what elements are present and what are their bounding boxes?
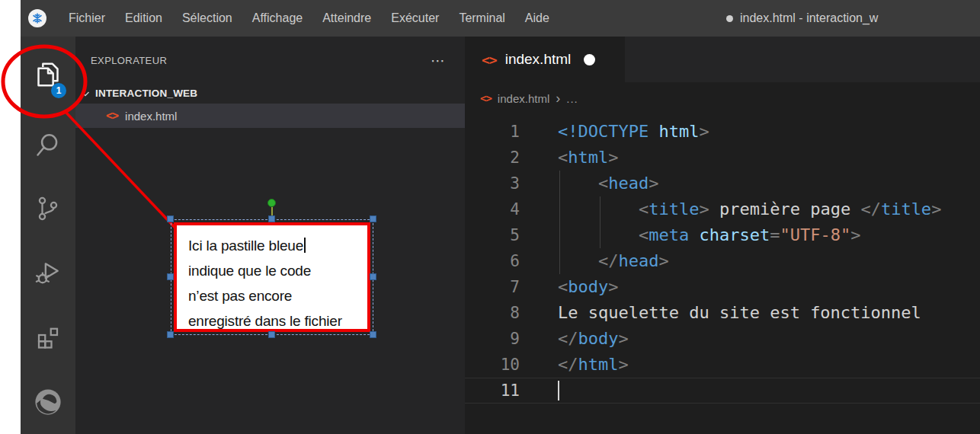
menu-item-fichier[interactable]: Fichier <box>59 0 115 37</box>
more-actions-icon[interactable]: ⋯ <box>431 57 445 65</box>
unsaved-count-badge: 1 <box>51 83 66 98</box>
breadcrumb-more[interactable]: ... <box>566 92 578 105</box>
code-token: meta <box>649 225 689 244</box>
activity-item-edge-browser[interactable] <box>21 369 75 434</box>
main-row: 1 <box>21 37 980 434</box>
text-cursor <box>558 381 559 400</box>
code-token: html <box>649 122 699 141</box>
code-token: Le squelette du site est fonctionnel <box>558 303 921 322</box>
menu-item-atteindre[interactable]: Atteindre <box>312 0 381 37</box>
line-content: <title> première page </title> <box>558 196 941 222</box>
annotation-callout-box[interactable]: Ici la pastille bleueindique que le code… <box>174 222 370 332</box>
code-token: < <box>558 148 568 167</box>
resize-handle-mid-left[interactable] <box>167 273 174 280</box>
menu-item-affichage[interactable]: Affichage <box>242 0 312 37</box>
window-title: index.html - interaction_w <box>726 0 878 37</box>
rotate-handle[interactable] <box>267 199 276 207</box>
html-file-icon: <> <box>106 109 118 123</box>
code-token: body <box>578 329 619 348</box>
sidebar-title: EXPLORATEUR <box>91 55 167 66</box>
menu-item-executer[interactable]: Exécuter <box>381 0 449 37</box>
line-number: 2 <box>465 148 520 167</box>
line-content: </body> <box>558 326 629 352</box>
line-number: 4 <box>465 200 520 219</box>
resize-handle-mid-right[interactable] <box>370 273 376 280</box>
line-content: <!DOCTYPE html> <box>558 119 709 145</box>
menu-item-terminal[interactable]: Terminal <box>449 0 514 37</box>
line-number: 9 <box>465 330 520 348</box>
code-line-5[interactable]: 5 <meta charset="UTF-8"> <box>465 222 980 248</box>
indent-guide <box>559 196 560 222</box>
html-file-icon: <> <box>482 52 497 68</box>
code-line-6[interactable]: 6 </head> <box>465 248 980 274</box>
activity-bar: 1 <box>21 37 75 434</box>
code-line-11[interactable]: 11 <box>465 378 980 404</box>
line-content: <meta charset="UTF-8"> <box>558 222 860 248</box>
resize-handle-bottom-center[interactable] <box>268 331 275 338</box>
code-line-8[interactable]: 8Le squelette du site est fonctionnel <box>465 300 980 326</box>
indent-guide <box>559 222 560 248</box>
resize-handle-top-left[interactable] <box>167 215 174 222</box>
tab-index-html[interactable]: <> index.html <box>465 37 625 82</box>
indent-guide <box>600 196 600 222</box>
code-token: </ <box>558 329 578 348</box>
code-editor[interactable]: 1<!DOCTYPE html>2<html>3 <head>4 <title>… <box>465 114 980 434</box>
code-line-10[interactable]: 10</html> <box>465 352 980 378</box>
code-token: </ <box>598 251 619 270</box>
code-token: > <box>608 277 618 296</box>
file-row-index-html[interactable]: <> index.html <box>75 104 465 128</box>
code-line-7[interactable]: 7<body> <box>465 274 980 300</box>
menu-item-selection[interactable]: Sélection <box>172 0 242 37</box>
code-line-1[interactable]: 1<!DOCTYPE html> <box>465 119 980 145</box>
line-number: 6 <box>465 252 520 270</box>
code-token: head <box>618 251 658 270</box>
activity-item-run-debug[interactable] <box>21 241 75 305</box>
code-token: body <box>568 277 608 296</box>
code-token: > <box>699 199 709 219</box>
breadcrumb-file[interactable]: index.html <box>498 92 549 105</box>
code-token: < <box>639 199 649 219</box>
resize-handle-bottom-left[interactable] <box>167 331 174 338</box>
menu-item-edition[interactable]: Edition <box>115 0 172 37</box>
code-token: > <box>699 122 709 141</box>
activity-item-search[interactable] <box>21 112 75 177</box>
workspace-name: INTERACTION_WEB <box>95 88 197 99</box>
code-token: title <box>881 199 931 219</box>
code-token: html <box>568 148 608 167</box>
screenshot-root: FichierEditionSélectionAffichageAtteindr… <box>0 0 980 434</box>
resize-handle-bottom-right[interactable] <box>370 331 376 338</box>
title-dirty-dot-icon <box>726 15 733 22</box>
code-line-2[interactable]: 2<html> <box>465 145 980 171</box>
chevron-down-icon <box>79 88 91 100</box>
activity-item-explorer[interactable]: 1 <box>21 37 75 112</box>
workspace-folder-row[interactable]: INTERACTION_WEB <box>75 83 465 104</box>
resize-handle-top-right[interactable] <box>370 215 376 222</box>
code-line-9[interactable]: 9</body> <box>465 326 980 352</box>
activity-item-source-control[interactable] <box>21 177 75 241</box>
extensions-icon <box>34 324 62 351</box>
menu-item-aide[interactable]: Aide <box>515 0 559 37</box>
code-token: = <box>770 225 780 244</box>
code-line-4[interactable]: 4 <title> première page </title> <box>465 196 980 222</box>
indent-guide <box>559 171 560 196</box>
breadcrumb-separator-icon: › <box>556 91 560 107</box>
code-line-3[interactable]: 3 <head> <box>465 171 980 196</box>
callout-text-cursor <box>304 238 306 253</box>
code-token: première page <box>709 199 861 219</box>
window-title-text: index.html - interaction_w <box>740 11 878 25</box>
unsaved-dot-icon[interactable] <box>584 54 595 65</box>
resize-handle-top-center[interactable] <box>268 215 275 222</box>
line-number: 10 <box>465 356 520 374</box>
editor-group: <> index.html <> index.html › ... 1<!DOC… <box>465 37 980 434</box>
line-content: <html> <box>558 145 618 171</box>
line-number: 1 <box>465 123 520 141</box>
line-content: <head> <box>558 171 658 196</box>
line-content: <body> <box>558 274 618 300</box>
code-token: > <box>850 225 860 244</box>
code-token: > <box>658 251 668 270</box>
vscode-app-icon[interactable] <box>28 9 46 27</box>
callout-text-line: Ici la pastille bleue <box>188 233 367 258</box>
code-token: < <box>639 225 649 244</box>
callout-text-line: n’est pas encore <box>188 283 367 308</box>
activity-item-extensions[interactable] <box>21 305 75 370</box>
